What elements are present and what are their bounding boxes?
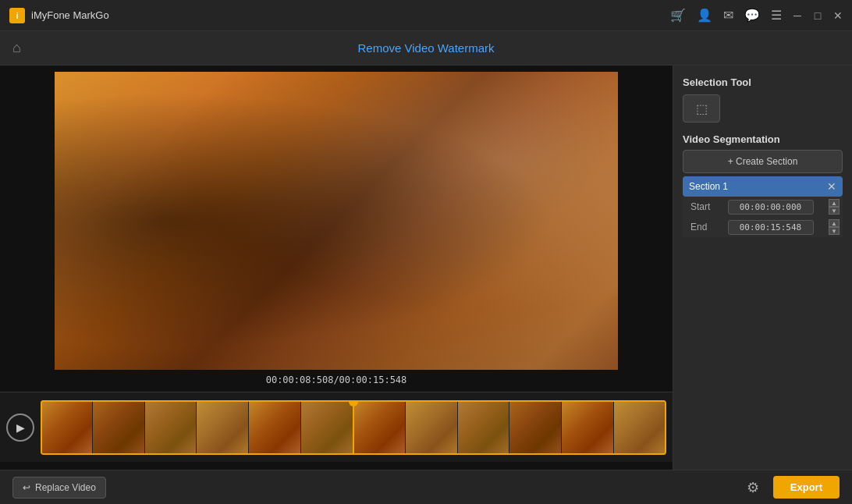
start-time-input[interactable] [728, 200, 814, 215]
menu-icon[interactable]: ☰ [771, 8, 782, 23]
app-title: iMyFone MarkGo [31, 9, 109, 21]
minimize-button[interactable]: ─ [793, 11, 802, 20]
video-segmentation-label: Video Segmentation [683, 133, 843, 145]
navbar: ⌂ Remove Video Watermark [0, 31, 852, 66]
end-time-row: End ▲ ▼ [683, 217, 843, 237]
replace-video-icon: ↩ [23, 482, 30, 493]
footer-bar: ↩ Replace Video ⚙ Export [0, 470, 852, 504]
content-row: 00:00:08:508/00:00:15:548 ▶ [0, 66, 852, 504]
section1-row: Section 1 ✕ [683, 176, 843, 197]
playhead-line [353, 403, 354, 455]
end-time-input[interactable] [728, 220, 814, 235]
create-section-label: + Create Section [728, 156, 798, 167]
video-column: 00:00:08:508/00:00:15:548 ▶ [0, 66, 673, 504]
frame-12 [614, 400, 666, 455]
title-bar-right: 🛒 👤 ✉ 💬 ☰ ─ □ ✕ [670, 8, 843, 23]
selection-tool-section: Selection Tool ⬚ [683, 76, 843, 122]
play-button[interactable]: ▶ [6, 413, 34, 442]
export-button[interactable]: Export [773, 476, 840, 499]
create-section-button[interactable]: + Create Section [683, 150, 843, 173]
selection-tool-button[interactable]: ⬚ [683, 94, 720, 122]
frame-2 [93, 400, 145, 455]
export-label: Export [790, 481, 822, 493]
end-label: End [686, 222, 714, 232]
selection-tool-label: Selection Tool [683, 76, 843, 88]
mail-icon[interactable]: ✉ [723, 8, 733, 23]
footer-right: ⚙ Export [740, 475, 840, 500]
frame-11 [562, 400, 614, 455]
maximize-button[interactable]: □ [813, 11, 822, 20]
replace-video-button[interactable]: ↩ Replace Video [12, 477, 106, 499]
page-title: Remove Video Watermark [357, 41, 494, 55]
settings-icon: ⚙ [747, 479, 759, 496]
settings-button[interactable]: ⚙ [740, 475, 765, 500]
app-logo: i [9, 8, 25, 23]
timeline[interactable] [41, 400, 666, 455]
video-timestamp: 00:00:08:508/00:00:15:548 [266, 374, 407, 385]
close-button[interactable]: ✕ [833, 11, 843, 20]
frame-8 [406, 400, 458, 455]
cart-icon[interactable]: 🛒 [670, 8, 686, 23]
frame-9 [458, 400, 510, 455]
video-frame [55, 72, 618, 370]
title-bar: i iMyFone MarkGo 🛒 👤 ✉ 💬 ☰ ─ □ ✕ [0, 0, 852, 31]
frame-1 [41, 400, 93, 455]
chat-icon[interactable]: 💬 [744, 8, 760, 23]
video-segmentation-section: Video Segmentation + Create Section Sect… [683, 133, 843, 237]
right-panel: Selection Tool ⬚ Video Segmentation + Cr… [673, 66, 852, 504]
replace-video-label: Replace Video [35, 482, 96, 493]
title-bar-left: i iMyFone MarkGo [9, 8, 109, 23]
start-decrement[interactable]: ▼ [829, 207, 840, 215]
frame-5 [249, 400, 301, 455]
frame-4 [197, 400, 249, 455]
start-increment[interactable]: ▲ [829, 199, 840, 207]
end-increment[interactable]: ▲ [829, 219, 840, 227]
home-icon[interactable]: ⌂ [12, 40, 21, 56]
frame-6 [301, 400, 353, 455]
user-icon[interactable]: 👤 [697, 8, 712, 23]
selection-tool-icon: ⬚ [696, 101, 708, 116]
start-spinner: ▲ ▼ [829, 199, 840, 215]
end-spinner: ▲ ▼ [829, 219, 840, 235]
video-placeholder [55, 72, 618, 370]
frame-3 [145, 400, 197, 455]
frame-7 [353, 400, 406, 455]
end-decrement[interactable]: ▼ [829, 227, 840, 235]
content-wrapper: 00:00:08:508/00:00:15:548 ▶ [0, 66, 852, 504]
start-label: Start [686, 201, 714, 212]
start-time-row: Start ▲ ▼ [683, 197, 843, 217]
timeline-area: ▶ [0, 392, 673, 462]
section1-close-button[interactable]: ✕ [827, 180, 836, 193]
section1-name: Section 1 [689, 181, 728, 192]
frame-10 [509, 400, 562, 455]
